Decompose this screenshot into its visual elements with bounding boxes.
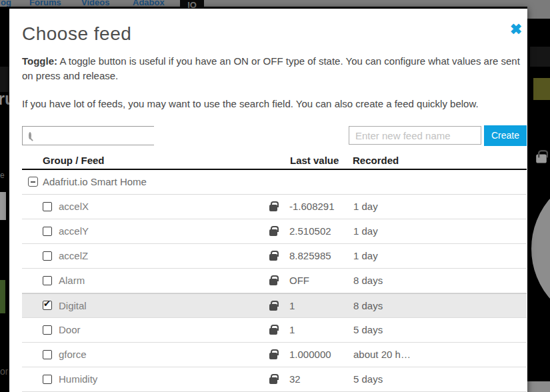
last-value: -1.608291: [289, 201, 353, 212]
bg-fragment-green-block: [0, 280, 5, 313]
feed-checkbox[interactable]: [43, 375, 52, 384]
feed-checkbox[interactable]: [43, 202, 52, 211]
last-value: 1: [289, 300, 353, 311]
lock-icon: [269, 304, 277, 311]
feed-checkbox[interactable]: [43, 227, 52, 236]
group-label: Adafriut.io Smart Home: [43, 176, 527, 187]
feed-name: Humidity: [59, 373, 269, 385]
toggle-help-body: A toggle button is useful if you have an…: [22, 55, 520, 81]
search-box[interactable]: [22, 126, 154, 145]
recorded-value: 8 days: [353, 300, 527, 311]
toggle-help-text: Toggle: A toggle button is useful if you…: [22, 54, 525, 83]
lock-icon: [269, 353, 277, 359]
recorded-value: 8 days: [353, 275, 527, 286]
feed-name: Door: [59, 324, 269, 335]
recorded-value: 1 day: [353, 225, 527, 237]
lock-icon: [269, 205, 277, 211]
table-row[interactable]: accelY 2.510502 1 day: [22, 219, 527, 244]
header-group-feed: Group / Feed: [43, 155, 290, 166]
last-value: 32: [289, 373, 353, 385]
feed-name: gforce: [59, 349, 269, 360]
bg-fragment-text: e: [0, 171, 7, 180]
recorded-value: 5 days: [353, 324, 527, 335]
close-icon[interactable]: ✖: [507, 21, 525, 38]
lock-icon: [269, 279, 277, 285]
search-icon: [29, 132, 31, 139]
last-value: 1.000000: [289, 349, 353, 360]
bg-lock-icon: [537, 152, 545, 162]
bg-fragment-bottom-block: [527, 381, 550, 392]
table-row[interactable]: Alarm OFF 8 days: [22, 269, 527, 293]
feed-name: accelY: [59, 225, 269, 237]
modal-title: Choose feed: [22, 23, 525, 45]
nav-item-videos[interactable]: Videos: [81, 0, 109, 7]
feed-name: accelX: [59, 201, 269, 212]
bg-fragment-logo-text: ru: [0, 89, 9, 109]
bg-fragment-gray-button: [0, 192, 6, 220]
toggle-help-lead: Toggle:: [22, 55, 57, 67]
feed-checkbox[interactable]: [43, 276, 52, 285]
table-row[interactable]: Humidity 32 5 days: [22, 367, 527, 392]
recorded-value: 1 day: [353, 250, 527, 261]
table-row[interactable]: accelX -1.608291 1 day: [22, 195, 527, 219]
recorded-value: 1 day: [353, 201, 527, 212]
search-input[interactable]: [31, 127, 156, 145]
collapse-group-icon[interactable]: [28, 177, 38, 187]
lock-icon: [269, 328, 277, 335]
last-value: OFF: [289, 275, 353, 286]
last-value: 2.510502: [289, 225, 353, 237]
last-value: 8.825985: [289, 250, 353, 261]
header-last-value: Last value: [290, 155, 353, 166]
feed-checkbox[interactable]: [43, 325, 52, 335]
choose-feed-modal: ✖ Choose feed Toggle: A toggle button is…: [9, 9, 527, 392]
lock-icon: [269, 229, 277, 236]
last-value: 1: [289, 324, 353, 335]
nav-item-io-active[interactable]: IO: [180, 0, 204, 9]
header-recorded: Recorded: [353, 155, 527, 166]
lock-icon: [269, 254, 277, 261]
table-header-row: Group / Feed Last value Recorded: [22, 152, 527, 170]
nav-item-blog[interactable]: og: [1, 0, 11, 7]
feed-checkbox[interactable]: [43, 350, 52, 359]
table-row-selected[interactable]: ✔ Digital 1 8 days: [22, 293, 527, 318]
lock-icon: [269, 377, 277, 384]
search-hint-text: If you have lot of feeds, you may want t…: [22, 97, 525, 111]
check-icon: ✔: [43, 299, 51, 309]
feed-name: Alarm: [59, 275, 269, 286]
bg-fragment-dark-row: [530, 47, 550, 67]
feed-name: Digital: [59, 300, 269, 311]
feed-name: accelZ: [59, 250, 269, 261]
group-row[interactable]: Adafriut.io Smart Home: [22, 170, 527, 195]
table-row[interactable]: accelZ 8.825985 1 day: [22, 244, 527, 269]
bg-fragment-circle-logo: [531, 172, 550, 325]
bg-fragment-olive-block: [533, 78, 550, 100]
nav-item-forums[interactable]: Forums: [29, 0, 61, 7]
table-row[interactable]: gforce 1.000000 about 20 h…: [22, 343, 527, 367]
feed-checkbox-checked[interactable]: ✔: [43, 301, 52, 310]
controls-row: Create: [22, 125, 527, 146]
feed-table: Group / Feed Last value Recorded Adafriu…: [22, 152, 527, 392]
nav-item-adabox[interactable]: Adabox: [133, 0, 165, 7]
create-feed-group: Create: [349, 125, 527, 146]
feed-checkbox[interactable]: [43, 251, 52, 261]
recorded-value: 5 days: [353, 373, 527, 385]
new-feed-name-input[interactable]: [349, 126, 481, 145]
bg-fragment-text-bottom: or: [0, 366, 9, 377]
create-feed-button[interactable]: Create: [484, 125, 527, 146]
recorded-value: about 20 h…: [353, 349, 527, 360]
table-row[interactable]: Door 1 5 days: [22, 318, 527, 343]
site-nav-bar: og Forums Videos Adabox: [0, 0, 550, 7]
